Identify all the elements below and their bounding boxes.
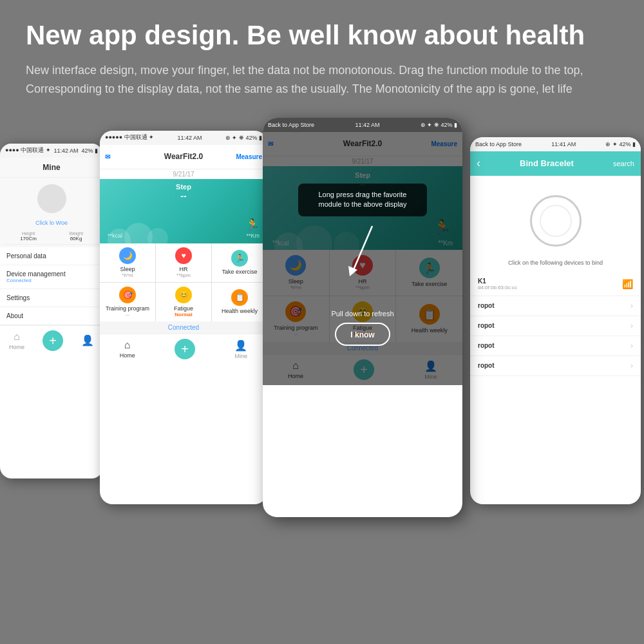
kcal-value-left-mid: **kcal xyxy=(108,232,122,239)
nav-add-left-far[interactable]: + xyxy=(43,330,63,351)
arrow-icon-3: › xyxy=(630,341,633,350)
hr-label: HR xyxy=(180,266,188,272)
time-left-far: 11:42 AM xyxy=(54,147,79,154)
battery-right: ⊕ ✦ 42% ▮ xyxy=(605,141,636,147)
device-k1-name: K1 xyxy=(478,278,517,285)
profile-circle xyxy=(37,184,66,213)
training-value: -- xyxy=(126,312,129,317)
bracelet-inner-ring xyxy=(540,205,572,237)
health-weekly-label: Health weekly xyxy=(222,308,258,314)
nav-add-left-mid[interactable]: + xyxy=(175,339,195,359)
page-title: New app design. Be well know about healt… xyxy=(26,19,618,52)
back-app-store[interactable]: Back to App Store xyxy=(268,122,314,128)
sleep-label: Sleep xyxy=(120,266,135,272)
menu-settings[interactable]: Settings xyxy=(0,289,103,307)
status-bar-center: Back to App Store 11:42 AM ⊕ ✦ ❋ 42% ▮ xyxy=(263,118,462,132)
arrow-svg xyxy=(337,220,388,297)
battery-left-mid: ⊕ ✦ ❋ 42% ▮ xyxy=(225,135,262,141)
nav-home-left-far[interactable]: ⌂ Home xyxy=(9,331,24,350)
home-icon: ⌂ xyxy=(14,331,20,343)
menu-about[interactable]: About xyxy=(0,307,103,325)
menu-device-management[interactable]: Device management Connected xyxy=(0,265,103,289)
device-ropot-2[interactable]: ropot › xyxy=(470,316,641,336)
home-icon-mid: ⌂ xyxy=(124,339,131,351)
arrow-icon-1: › xyxy=(630,301,633,310)
search-btn-right[interactable]: search xyxy=(613,160,634,167)
sleep-card[interactable]: 🌙 Sleep *h*m xyxy=(100,243,155,282)
status-bar-right: Back to App Store 11:41 AM ⊕ ✦ 42% ▮ xyxy=(470,137,641,151)
bind-header-bar: ‹ Bind Bracelet search xyxy=(470,151,641,176)
person-icon-mid: 👤 xyxy=(234,339,247,352)
exercise-icon: 🏃 xyxy=(231,250,248,267)
weight-stat: Weight 60Kg xyxy=(69,231,83,242)
training-label: Training program xyxy=(106,305,149,312)
back-button-left-mid: ✉ xyxy=(105,153,110,160)
click-lo-label: Click lo Woe xyxy=(3,217,100,229)
fatigue-icon: 😊 xyxy=(175,287,192,303)
feature-grid-left-mid: 🌙 Sleep *h*m ♥ HR **bpm 🏃 Take exercise … xyxy=(100,243,267,321)
hr-value: **bpm xyxy=(176,272,191,278)
kcal-km-row-left-mid: **kcal **Km xyxy=(100,231,267,240)
time-left-mid: 11:42 AM xyxy=(178,135,202,141)
exercise-card[interactable]: 🏃 Take exercise xyxy=(212,243,267,282)
bottom-nav-left-far: ⌂ Home + 👤 xyxy=(0,325,103,356)
weight-label: Weight xyxy=(69,231,83,236)
status-bar-left-far: ●●●● 中国联通 ✦ 11:42 AM 42% ▮ xyxy=(0,144,103,158)
wifi-icon-k1: 📶 xyxy=(622,279,633,289)
phone-left-far: ●●●● 中国联通 ✦ 11:42 AM 42% ▮ Mine Click lo… xyxy=(0,144,103,478)
mine-header: Mine xyxy=(0,158,103,178)
sleep-icon: 🌙 xyxy=(119,247,136,264)
status-bar-left-mid: ●●●●● 中国联通 ✦ 11:42 AM ⊕ ✦ ❋ 42% ▮ xyxy=(100,131,267,145)
fatigue-label: Fatigue xyxy=(174,305,193,312)
stats-row: Height 170Cm Weight 60Kg xyxy=(3,229,100,245)
time-right: 11:41 AM xyxy=(551,141,576,147)
back-app-store-right[interactable]: Back to App Store xyxy=(475,141,522,147)
height-stat: Height 170Cm xyxy=(20,231,37,242)
training-card[interactable]: 🎯 Training program -- xyxy=(100,283,155,321)
bracelet-illustration xyxy=(530,195,582,247)
battery-center: ⊕ ✦ ❋ 42% ▮ xyxy=(421,122,457,128)
nav-mine-left-mid[interactable]: 👤 Mine xyxy=(234,339,247,359)
bottom-nav-left-mid: ⌂ Home + 👤 Mine xyxy=(100,334,267,365)
menu-personal-data[interactable]: Personal data xyxy=(0,247,103,265)
runner-icon-left-mid: 🏃 xyxy=(245,218,260,232)
device-connected-label: Connected xyxy=(6,278,97,283)
height-label: Height xyxy=(20,231,37,236)
i-know-button[interactable]: I know xyxy=(335,323,390,346)
step-label-left-mid: Step xyxy=(176,183,191,191)
fatigue-card[interactable]: 😊 Fatigue Normal xyxy=(156,283,211,321)
device-ropot-1[interactable]: ropot › xyxy=(470,296,641,316)
bind-title: Bind Bracelet xyxy=(480,158,613,168)
header-section: New app design. Be well know about healt… xyxy=(0,0,644,111)
health-weekly-icon: 📋 xyxy=(231,289,248,306)
drag-instruction: Long press drag the favorite module to t… xyxy=(298,184,427,216)
hr-card[interactable]: ♥ HR **bpm xyxy=(156,243,211,282)
svg-marker-9 xyxy=(348,266,357,276)
app-header-left-mid: ✉ WearFit2.0 Measure xyxy=(100,145,267,169)
measure-btn-left-mid[interactable]: Measure xyxy=(236,153,262,160)
weight-value: 60Kg xyxy=(69,236,83,242)
phones-section: ●●●● 中国联通 ✦ 11:42 AM 42% ▮ Mine Click lo… xyxy=(0,118,644,530)
device-ropot-4-name: ropot xyxy=(478,362,495,369)
device-ropot-4[interactable]: ropot › xyxy=(470,356,641,376)
arrow-icon-4: › xyxy=(630,361,633,370)
device-ropot-1-name: ropot xyxy=(478,302,495,309)
app-name-left-mid: WearFit2.0 xyxy=(164,152,203,161)
health-weekly-card[interactable]: 📋 Health weekly xyxy=(212,283,267,321)
height-value: 170Cm xyxy=(20,236,37,242)
device-ropot-3[interactable]: ropot › xyxy=(470,336,641,356)
device-k1[interactable]: K1 d4:0f:0b:63:0c:cc 📶 xyxy=(470,272,641,296)
time-center: 11:42 AM xyxy=(355,122,380,128)
device-ropot-2-name: ropot xyxy=(478,322,495,329)
battery-left-far: 42% ▮ xyxy=(81,147,98,154)
page-subtitle: New interface design, move your finger, … xyxy=(26,61,605,99)
mine-title: Mine xyxy=(5,163,98,172)
step-value-left-mid: -- xyxy=(180,191,186,201)
bind-instruction: Click on the following devices to bind xyxy=(470,260,641,272)
i-know-label: I know xyxy=(350,330,374,339)
phone-right: Back to App Store 11:41 AM ⊕ ✦ 42% ▮ ‹ B… xyxy=(470,137,641,504)
nav-mine-left-far[interactable]: 👤 xyxy=(81,334,94,348)
teal-hero-left-mid: Step -- 🏃 **kcal **Km xyxy=(100,179,267,243)
nav-home-left-mid[interactable]: ⌂ Home xyxy=(120,339,135,359)
carrier-left-far: ●●●● 中国联通 ✦ xyxy=(5,146,51,155)
